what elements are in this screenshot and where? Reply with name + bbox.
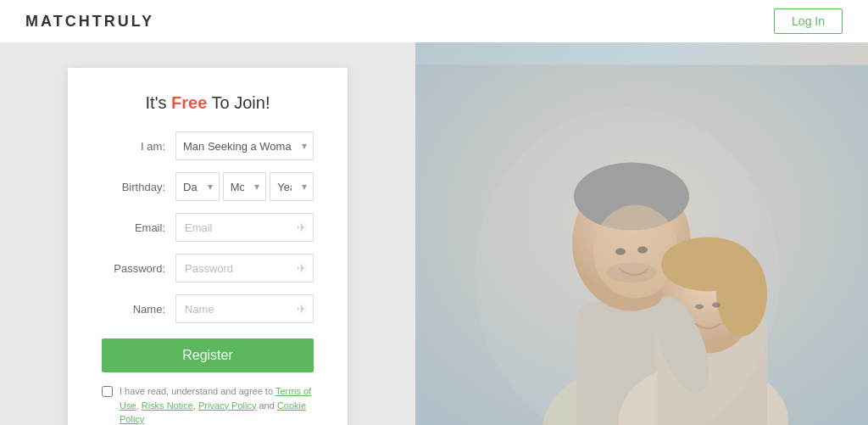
name-row: Name: ✈ (102, 294, 314, 323)
month-select[interactable]: Month JanuaryFebruaryMarch AprilMayJune … (223, 172, 267, 201)
i-am-select-wrap: Man Seeking a Woman Woman Seeking a Man … (175, 131, 314, 160)
password-label: Password: (102, 262, 165, 275)
register-button[interactable]: Register (102, 338, 314, 372)
title-suffix: To Join! (207, 93, 270, 112)
year-select[interactable]: Year 20052004200320022001200019991998199… (270, 172, 314, 201)
left-panel: It's Free To Join! I am: Man Seeking a W… (0, 42, 415, 425)
month-select-wrap: Month JanuaryFebruaryMarch AprilMayJune … (223, 172, 267, 201)
email-icon: ✈ (297, 221, 307, 234)
terms-row: I have read, understand and agree to Ter… (102, 384, 314, 425)
title-free: Free (171, 93, 207, 112)
day-select-wrap: Day for(let i=1;i<=31;i++) document.writ… (175, 172, 220, 201)
email-input-wrap: ✈ (175, 213, 314, 242)
year-select-wrap: Year 20052004200320022001200019991998199… (270, 172, 314, 201)
birthday-selects: Day for(let i=1;i<=31;i++) document.writ… (175, 172, 314, 201)
logo: MATCHTRULY (25, 13, 154, 31)
i-am-select[interactable]: Man Seeking a Woman Woman Seeking a Man … (175, 131, 314, 160)
email-input[interactable] (175, 213, 314, 242)
main-content: It's Free To Join! I am: Man Seeking a W… (0, 42, 868, 425)
email-row: Email: ✈ (102, 213, 314, 242)
name-input[interactable] (175, 294, 314, 323)
birthday-row: Birthday: Day for(let i=1;i<=31;i++) doc… (102, 172, 314, 201)
password-input[interactable] (175, 254, 314, 282)
terms-text: I have read, understand and agree to Ter… (120, 384, 314, 425)
password-row: Password: ✈ (102, 254, 314, 282)
registration-card: It's Free To Join! I am: Man Seeking a W… (68, 68, 348, 425)
name-icon: ✈ (297, 302, 307, 316)
form-title: It's Free To Join! (102, 93, 314, 113)
right-panel: Let your love story begin on MatchTruly … (415, 42, 868, 425)
name-input-wrap: ✈ (175, 294, 314, 323)
password-input-wrap: ✈ (175, 254, 314, 282)
email-label: Email: (102, 221, 165, 234)
header: MATCHTRULY Log In (0, 0, 868, 42)
title-static: It's (146, 93, 172, 112)
login-button[interactable]: Log In (774, 8, 843, 34)
risks-notice-link[interactable]: Risks Notice (142, 400, 193, 411)
couple-image (415, 42, 868, 425)
privacy-policy-link[interactable]: Privacy Policy (198, 400, 256, 411)
i-am-label: I am: (102, 140, 165, 153)
name-label: Name: (102, 303, 165, 316)
birthday-label: Birthday: (102, 181, 165, 193)
terms-checkbox[interactable] (102, 386, 113, 397)
password-icon: ✈ (297, 261, 307, 275)
i-am-row: I am: Man Seeking a Woman Woman Seeking … (102, 131, 314, 160)
day-select[interactable]: Day for(let i=1;i<=31;i++) document.writ… (175, 172, 220, 201)
